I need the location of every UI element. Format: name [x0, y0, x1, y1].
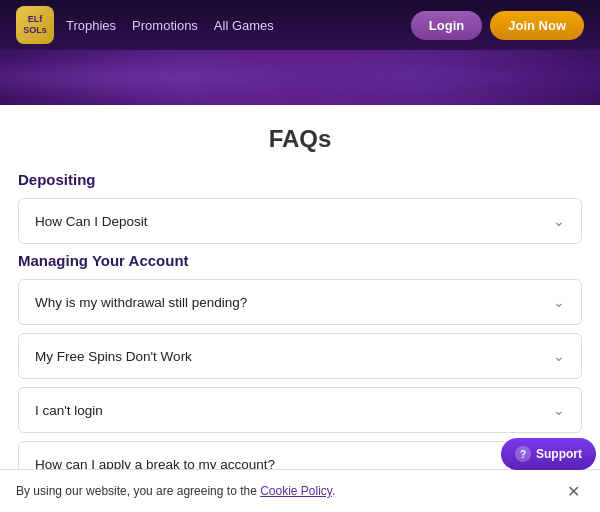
faq-item-login[interactable]: I can't login ⌄ — [18, 387, 582, 433]
support-label: Support — [536, 447, 582, 461]
cookie-policy-link[interactable]: Cookie Policy — [260, 484, 332, 498]
faq-question-withdrawal: Why is my withdrawal still pending? — [35, 295, 247, 310]
cookie-text: By using our website, you are agreeing t… — [16, 484, 550, 498]
cookie-text-before: By using our website, you are agreeing t… — [16, 484, 260, 498]
section-managing-title: Managing Your Account — [18, 252, 582, 269]
hero-banner — [0, 50, 600, 105]
faq-question-login: I can't login — [35, 403, 103, 418]
section-depositing: Depositing How Can I Deposit ⌄ — [18, 171, 582, 244]
cookie-text-end: . — [332, 484, 335, 498]
faq-question-deposit: How Can I Deposit — [35, 214, 148, 229]
support-icon: ? — [515, 446, 531, 462]
nav-promotions[interactable]: Promotions — [132, 18, 198, 33]
faq-question-free-spins: My Free Spins Don't Work — [35, 349, 192, 364]
support-button[interactable]: ? Support — [501, 438, 596, 470]
logo-icon[interactable]: ELf SOLs — [16, 6, 54, 44]
main-nav: Trophies Promotions All Games — [66, 18, 274, 33]
chevron-down-icon: ⌄ — [553, 294, 565, 310]
faq-title: FAQs — [18, 125, 582, 153]
faq-item-free-spins[interactable]: My Free Spins Don't Work ⌄ — [18, 333, 582, 379]
cookie-close-button[interactable]: ✕ — [562, 480, 584, 502]
chevron-down-icon: ⌄ — [553, 213, 565, 229]
header: ELf SOLs Trophies Promotions All Games L… — [0, 0, 600, 50]
login-button[interactable]: Login — [411, 11, 482, 40]
header-left: ELf SOLs Trophies Promotions All Games — [16, 6, 274, 44]
logo-text: ELf SOLs — [23, 14, 47, 36]
join-button[interactable]: Join Now — [490, 11, 584, 40]
header-right: Login Join Now — [411, 11, 584, 40]
cookie-bar: By using our website, you are agreeing t… — [0, 469, 600, 512]
chevron-down-icon: ⌄ — [553, 402, 565, 418]
faq-item-withdrawal[interactable]: Why is my withdrawal still pending? ⌄ — [18, 279, 582, 325]
nav-all-games[interactable]: All Games — [214, 18, 274, 33]
nav-trophies[interactable]: Trophies — [66, 18, 116, 33]
faq-item-deposit[interactable]: How Can I Deposit ⌄ — [18, 198, 582, 244]
section-depositing-title: Depositing — [18, 171, 582, 188]
chevron-down-icon: ⌄ — [553, 348, 565, 364]
